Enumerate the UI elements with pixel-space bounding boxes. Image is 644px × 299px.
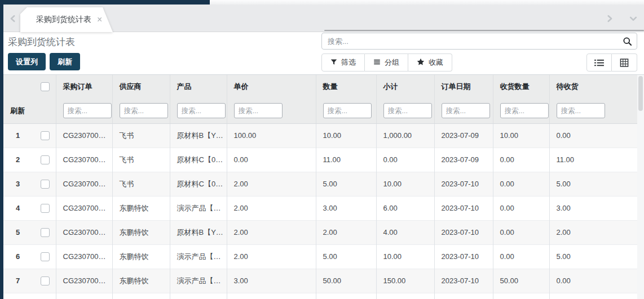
cell-unit-price[interactable] <box>227 293 316 299</box>
set-columns-button[interactable]: 设置列 <box>8 53 46 70</box>
filter-input-pending-qty[interactable] <box>557 103 605 118</box>
column-header-order-date[interactable]: 订单日期 <box>434 75 493 99</box>
cell-pending-qty[interactable]: 0.00 <box>549 123 637 148</box>
cell-purchase-order[interactable]: CG230700006 <box>56 244 112 269</box>
search-input[interactable] <box>322 33 617 49</box>
row-checkbox[interactable] <box>41 252 50 261</box>
cell-supplier[interactable]: 飞书 <box>112 148 170 172</box>
tab-scroll-right-icon[interactable] <box>605 14 615 24</box>
cell-order-date[interactable]: 2023-07-10 <box>434 269 493 293</box>
cell-purchase-order[interactable]: CG230700006 <box>56 196 112 220</box>
row-checkbox[interactable] <box>41 131 50 140</box>
cell-supplier[interactable]: 飞书 <box>112 172 170 196</box>
cell-subtotal[interactable]: 0.00 <box>376 148 434 172</box>
cell-quantity[interactable]: 5.00 <box>316 244 376 269</box>
refresh-button[interactable]: 刷新 <box>50 53 80 70</box>
cell-purchase-order[interactable]: CG230700006 <box>56 220 112 244</box>
cell-order-date[interactable]: 2023-07-10 <box>434 172 493 196</box>
filter-input-quantity[interactable] <box>323 103 372 118</box>
filter-input-subtotal[interactable] <box>383 103 432 118</box>
favorites-button[interactable]: 收藏 <box>408 53 452 72</box>
cell-supplier[interactable] <box>112 293 170 299</box>
cell-product[interactable]: 原材料B【YC... <box>170 220 227 244</box>
tabbar-scrollbar[interactable] <box>324 30 644 31</box>
cell-quantity[interactable] <box>316 293 376 299</box>
cell-received-qty[interactable]: 0.00 <box>493 244 549 269</box>
table-row[interactable]: 4 CG230700006 东鹏特饮 演示产品【de... 2.00 3.00 … <box>3 196 637 220</box>
cell-quantity[interactable]: 5.00 <box>316 172 376 196</box>
cell-unit-price[interactable]: 2.00 <box>227 172 316 196</box>
table-row[interactable] <box>3 293 637 299</box>
column-header-quantity[interactable]: 数量 <box>316 75 376 99</box>
tab-purchase-arrival-report[interactable]: 采购到货统计表 × <box>20 7 113 32</box>
filter-input-received-qty[interactable] <box>500 103 549 118</box>
filter-input-order-date[interactable] <box>442 103 490 118</box>
grid-view-icon[interactable] <box>612 53 637 72</box>
chevron-down-icon[interactable] <box>628 14 638 24</box>
cell-supplier[interactable]: 东鹏特饮 <box>112 220 170 244</box>
cell-pending-qty[interactable]: 2.00 <box>549 220 637 244</box>
row-checkbox[interactable] <box>41 228 50 237</box>
row-checkbox[interactable] <box>41 276 50 285</box>
cell-quantity[interactable]: 2.00 <box>316 220 376 244</box>
cell-order-date[interactable] <box>434 293 493 299</box>
table-row[interactable]: 3 CG230700005 飞书 原材料C【004】 2.00 5.00 10.… <box>3 172 637 196</box>
cell-order-date[interactable]: 2023-07-09 <box>434 123 493 148</box>
cell-quantity[interactable]: 3.00 <box>316 196 376 220</box>
cell-purchase-order[interactable]: CG230700004 <box>56 148 112 172</box>
cell-order-date[interactable]: 2023-07-10 <box>434 196 493 220</box>
cell-subtotal[interactable]: 4.00 <box>376 220 434 244</box>
cell-received-qty[interactable]: 0.00 <box>493 148 549 172</box>
filter-input-unit-price[interactable] <box>234 103 283 118</box>
cell-received-qty[interactable]: 0.00 <box>493 172 549 196</box>
cell-subtotal[interactable]: 1,000.00 <box>376 123 434 148</box>
cell-subtotal[interactable]: 6.00 <box>376 196 434 220</box>
cell-supplier[interactable]: 东鹏特饮 <box>112 196 170 220</box>
row-checkbox[interactable] <box>41 204 50 213</box>
cell-order-date[interactable]: 2023-07-09 <box>434 148 493 172</box>
cell-quantity[interactable]: 11.00 <box>316 148 376 172</box>
cell-pending-qty[interactable]: 11.00 <box>549 148 637 172</box>
cell-unit-price[interactable]: 2.00 <box>227 244 316 269</box>
cell-pending-qty[interactable] <box>549 293 637 299</box>
column-header-purchase-order[interactable]: 采购订单 <box>56 75 112 99</box>
cell-order-date[interactable]: 2023-07-10 <box>434 220 493 244</box>
cell-product[interactable]: 演示产品【de... <box>170 244 227 269</box>
table-row[interactable]: 6 CG230700006 东鹏特饮 演示产品【de... 2.00 5.00 … <box>3 244 637 269</box>
column-header-supplier[interactable]: 供应商 <box>112 75 170 99</box>
column-header-pending-qty[interactable]: 待收货 <box>549 75 637 99</box>
cell-unit-price[interactable]: 2.00 <box>227 220 316 244</box>
cell-quantity[interactable]: 10.00 <box>316 123 376 148</box>
cell-supplier[interactable]: 东鹏特饮 <box>112 269 170 293</box>
cell-received-qty[interactable]: 50.00 <box>493 269 549 293</box>
cell-pending-qty[interactable]: 5.00 <box>549 244 637 269</box>
cell-subtotal[interactable] <box>376 293 434 299</box>
cell-pending-qty[interactable]: 3.00 <box>549 196 637 220</box>
table-row[interactable]: 7 CG230700011 东鹏特饮 演示产品【de... 3.00 50.00… <box>3 269 637 293</box>
cell-product[interactable]: 原材料B【YC... <box>170 123 227 148</box>
cell-purchase-order[interactable] <box>56 293 112 299</box>
cell-supplier[interactable]: 东鹏特饮 <box>112 244 170 269</box>
cell-unit-price[interactable]: 3.00 <box>227 269 316 293</box>
cell-product[interactable]: 原材料C【004】 <box>170 172 227 196</box>
cell-pending-qty[interactable]: 5.00 <box>549 172 637 196</box>
cell-product[interactable] <box>170 293 227 299</box>
cell-received-qty[interactable]: 0.00 <box>493 220 549 244</box>
table-row[interactable]: 1 CG230700003 飞书 原材料B【YC... 100.00 10.00… <box>3 123 637 148</box>
cell-purchase-order[interactable]: CG230700011 <box>56 269 112 293</box>
select-all-checkbox[interactable] <box>41 82 50 91</box>
cell-purchase-order[interactable]: CG230700005 <box>56 172 112 196</box>
filter-input-product[interactable] <box>177 103 226 118</box>
tab-scroll-left-icon[interactable] <box>8 14 18 24</box>
cell-product[interactable]: 演示产品【de... <box>170 196 227 220</box>
cell-subtotal[interactable]: 150.00 <box>376 269 434 293</box>
cell-quantity[interactable]: 50.00 <box>316 269 376 293</box>
cell-product[interactable]: 演示产品【de... <box>170 269 227 293</box>
close-icon[interactable]: × <box>97 15 102 24</box>
filter-input-supplier[interactable] <box>120 103 168 118</box>
column-header-product[interactable]: 产品 <box>170 75 227 99</box>
cell-order-date[interactable]: 2023-07-10 <box>434 244 493 269</box>
table-refresh-link[interactable]: 刷新 <box>3 99 34 123</box>
cell-received-qty[interactable] <box>493 293 549 299</box>
cell-subtotal[interactable]: 10.00 <box>376 244 434 269</box>
